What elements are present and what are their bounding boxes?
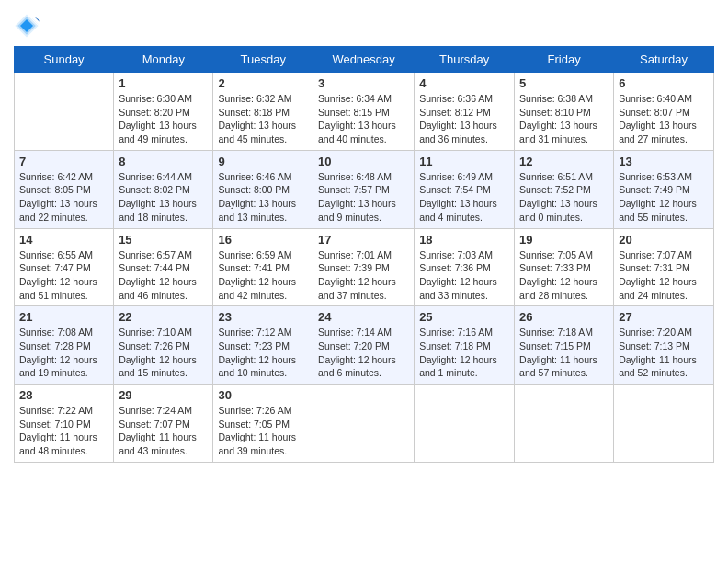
calendar-cell: 30Sunrise: 7:26 AMSunset: 7:05 PMDayligh… — [213, 385, 313, 463]
weekday-header-sunday: Sunday — [15, 47, 114, 73]
calendar-header: SundayMondayTuesdayWednesdayThursdayFrid… — [15, 47, 714, 73]
calendar-cell: 8Sunrise: 6:44 AMSunset: 8:02 PMDaylight… — [114, 150, 213, 228]
calendar-week-2: 7Sunrise: 6:42 AMSunset: 8:05 PMDaylight… — [15, 150, 714, 228]
day-number: 19 — [519, 233, 609, 247]
day-info: Sunrise: 7:18 AMSunset: 7:15 PMDaylight:… — [519, 326, 609, 380]
day-number: 15 — [119, 233, 208, 247]
day-info: Sunrise: 6:40 AMSunset: 8:07 PMDaylight:… — [619, 92, 709, 146]
header — [14, 9, 714, 39]
calendar-cell — [614, 385, 714, 463]
calendar-cell: 24Sunrise: 7:14 AMSunset: 7:20 PMDayligh… — [313, 306, 415, 385]
calendar-cell: 18Sunrise: 7:03 AMSunset: 7:36 PMDayligh… — [415, 228, 515, 306]
calendar-cell: 5Sunrise: 6:38 AMSunset: 8:10 PMDaylight… — [515, 73, 614, 151]
day-info: Sunrise: 6:38 AMSunset: 8:10 PMDaylight:… — [519, 92, 609, 146]
day-info: Sunrise: 6:34 AMSunset: 8:15 PMDaylight:… — [318, 92, 409, 146]
day-info: Sunrise: 6:30 AMSunset: 8:20 PMDaylight:… — [119, 92, 208, 146]
day-info: Sunrise: 6:59 AMSunset: 7:41 PMDaylight:… — [218, 248, 308, 303]
calendar-cell: 6Sunrise: 6:40 AMSunset: 8:07 PMDaylight… — [614, 73, 714, 151]
calendar-cell: 4Sunrise: 6:36 AMSunset: 8:12 PMDaylight… — [415, 73, 515, 151]
day-info: Sunrise: 7:08 AMSunset: 7:28 PMDaylight:… — [19, 326, 108, 380]
day-info: Sunrise: 7:01 AMSunset: 7:39 PMDaylight:… — [318, 248, 409, 303]
calendar-week-4: 21Sunrise: 7:08 AMSunset: 7:28 PMDayligh… — [15, 306, 714, 385]
day-info: Sunrise: 6:55 AMSunset: 7:47 PMDaylight:… — [19, 248, 108, 303]
calendar-table: SundayMondayTuesdayWednesdayThursdayFrid… — [14, 46, 714, 463]
day-number: 28 — [19, 388, 108, 402]
day-info: Sunrise: 6:51 AMSunset: 7:52 PMDaylight:… — [519, 170, 609, 224]
calendar-cell: 21Sunrise: 7:08 AMSunset: 7:28 PMDayligh… — [15, 306, 114, 385]
day-number: 30 — [218, 388, 308, 402]
calendar-week-1: 1Sunrise: 6:30 AMSunset: 8:20 PMDaylight… — [15, 73, 714, 151]
day-number: 1 — [119, 76, 208, 90]
day-info: Sunrise: 7:16 AMSunset: 7:18 PMDaylight:… — [419, 326, 509, 380]
day-info: Sunrise: 6:48 AMSunset: 7:57 PMDaylight:… — [318, 170, 409, 224]
weekday-header-monday: Monday — [114, 47, 213, 73]
day-number: 9 — [218, 155, 308, 168]
day-number: 20 — [619, 233, 709, 247]
day-info: Sunrise: 7:10 AMSunset: 7:26 PMDaylight:… — [119, 326, 208, 380]
calendar-week-3: 14Sunrise: 6:55 AMSunset: 7:47 PMDayligh… — [15, 228, 714, 306]
day-info: Sunrise: 6:32 AMSunset: 8:18 PMDaylight:… — [218, 92, 308, 146]
calendar-cell: 23Sunrise: 7:12 AMSunset: 7:23 PMDayligh… — [213, 306, 313, 385]
day-number: 21 — [19, 310, 108, 324]
day-info: Sunrise: 6:57 AMSunset: 7:44 PMDaylight:… — [119, 248, 208, 303]
calendar-cell: 12Sunrise: 6:51 AMSunset: 7:52 PMDayligh… — [515, 150, 614, 228]
calendar-week-5: 28Sunrise: 7:22 AMSunset: 7:10 PMDayligh… — [15, 385, 714, 463]
calendar-cell: 1Sunrise: 6:30 AMSunset: 8:20 PMDaylight… — [114, 73, 213, 151]
calendar-cell: 19Sunrise: 7:05 AMSunset: 7:33 PMDayligh… — [515, 228, 614, 306]
day-number: 23 — [218, 310, 308, 324]
day-number: 10 — [318, 155, 409, 168]
day-info: Sunrise: 7:05 AMSunset: 7:33 PMDaylight:… — [519, 248, 609, 303]
calendar-cell — [415, 385, 515, 463]
day-number: 4 — [419, 76, 509, 90]
day-number: 11 — [419, 155, 509, 168]
day-info: Sunrise: 7:07 AMSunset: 7:31 PMDaylight:… — [619, 248, 709, 303]
weekday-header-wednesday: Wednesday — [313, 47, 415, 73]
calendar-cell: 11Sunrise: 6:49 AMSunset: 7:54 PMDayligh… — [415, 150, 515, 228]
calendar-cell: 15Sunrise: 6:57 AMSunset: 7:44 PMDayligh… — [114, 228, 213, 306]
day-number: 16 — [218, 233, 308, 247]
calendar-cell: 13Sunrise: 6:53 AMSunset: 7:49 PMDayligh… — [614, 150, 714, 228]
weekday-header-row: SundayMondayTuesdayWednesdayThursdayFrid… — [15, 47, 714, 73]
day-info: Sunrise: 6:49 AMSunset: 7:54 PMDaylight:… — [419, 170, 509, 224]
day-info: Sunrise: 6:44 AMSunset: 8:02 PMDaylight:… — [119, 170, 208, 224]
calendar-cell — [313, 385, 415, 463]
day-info: Sunrise: 7:26 AMSunset: 7:05 PMDaylight:… — [218, 404, 308, 458]
calendar-cell: 3Sunrise: 6:34 AMSunset: 8:15 PMDaylight… — [313, 73, 415, 151]
logo-icon — [14, 13, 40, 39]
day-number: 6 — [619, 76, 709, 90]
weekday-header-friday: Friday — [515, 47, 614, 73]
day-number: 3 — [318, 76, 409, 90]
calendar-cell: 27Sunrise: 7:20 AMSunset: 7:13 PMDayligh… — [614, 306, 714, 385]
svg-marker-4 — [34, 17, 40, 22]
weekday-header-tuesday: Tuesday — [213, 47, 313, 73]
day-info: Sunrise: 7:20 AMSunset: 7:13 PMDaylight:… — [619, 326, 709, 380]
day-number: 8 — [119, 155, 208, 168]
calendar-cell: 20Sunrise: 7:07 AMSunset: 7:31 PMDayligh… — [614, 228, 714, 306]
day-number: 24 — [318, 310, 409, 324]
day-number: 2 — [218, 76, 308, 90]
day-number: 22 — [119, 310, 208, 324]
logo — [14, 13, 41, 39]
weekday-header-saturday: Saturday — [614, 47, 714, 73]
calendar-cell: 26Sunrise: 7:18 AMSunset: 7:15 PMDayligh… — [515, 306, 614, 385]
calendar-cell: 17Sunrise: 7:01 AMSunset: 7:39 PMDayligh… — [313, 228, 415, 306]
page: SundayMondayTuesdayWednesdayThursdayFrid… — [0, 0, 728, 563]
day-number: 29 — [119, 388, 208, 402]
calendar-cell: 25Sunrise: 7:16 AMSunset: 7:18 PMDayligh… — [415, 306, 515, 385]
day-number: 26 — [519, 310, 609, 324]
calendar-cell: 16Sunrise: 6:59 AMSunset: 7:41 PMDayligh… — [213, 228, 313, 306]
day-info: Sunrise: 6:53 AMSunset: 7:49 PMDaylight:… — [619, 170, 709, 224]
day-number: 12 — [519, 155, 609, 168]
day-info: Sunrise: 7:03 AMSunset: 7:36 PMDaylight:… — [419, 248, 509, 303]
day-info: Sunrise: 7:14 AMSunset: 7:20 PMDaylight:… — [318, 326, 409, 380]
day-number: 13 — [619, 155, 709, 168]
day-info: Sunrise: 7:24 AMSunset: 7:07 PMDaylight:… — [119, 404, 208, 458]
calendar-cell: 29Sunrise: 7:24 AMSunset: 7:07 PMDayligh… — [114, 385, 213, 463]
day-number: 14 — [19, 233, 108, 247]
day-info: Sunrise: 7:12 AMSunset: 7:23 PMDaylight:… — [218, 326, 308, 380]
weekday-header-thursday: Thursday — [415, 47, 515, 73]
day-number: 17 — [318, 233, 409, 247]
calendar-cell: 28Sunrise: 7:22 AMSunset: 7:10 PMDayligh… — [15, 385, 114, 463]
day-info: Sunrise: 6:36 AMSunset: 8:12 PMDaylight:… — [419, 92, 509, 146]
calendar-cell: 7Sunrise: 6:42 AMSunset: 8:05 PMDaylight… — [15, 150, 114, 228]
